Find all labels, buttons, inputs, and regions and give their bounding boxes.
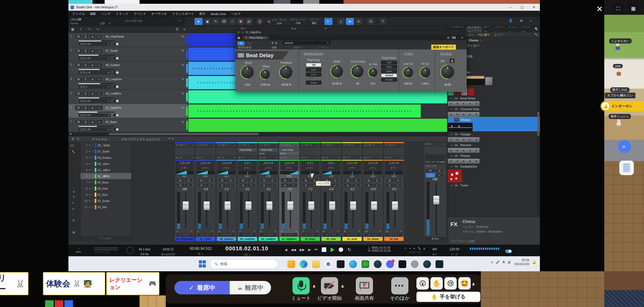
channel-list-row[interactable]: 5 ● ∿ 10_.wBVs (80, 167, 131, 173)
strip-mute-button[interactable]: M (281, 178, 289, 182)
pan-value[interactable]: <C> (300, 174, 320, 178)
track-input-selector[interactable]: 入力 L▼ (79, 85, 111, 89)
add-track-icon[interactable]: + (183, 27, 185, 31)
browser-filter[interactable]: ベンダー (476, 33, 492, 37)
pong-factor-option[interactable]: Triple (381, 65, 397, 69)
strip-output-selector[interactable]: メイン (364, 166, 382, 170)
master-fader[interactable] (425, 182, 445, 236)
record-tool-icon[interactable]: ● (72, 207, 74, 210)
effect-thumbnail[interactable] (448, 101, 480, 106)
strip-output-selector[interactable]: メイン (175, 166, 194, 170)
insert-slot[interactable]: ●Beat Delay (259, 148, 278, 152)
strip-input-selector[interactable]: 入力 L+R (217, 161, 236, 165)
strip-name-label[interactable]: 09_LeadVox (238, 237, 257, 241)
mixer-channel-strip[interactable]: インサート+ ●Beat Delay センド+ 入力 L メイン <C> MS … (237, 142, 258, 241)
emoji-reaction-button[interactable]: 🤩 (458, 277, 471, 290)
cross-delay-knob[interactable] (352, 66, 363, 77)
insert-section-label[interactable]: インサート (343, 144, 354, 147)
record-button[interactable] (339, 247, 343, 252)
time-signature-display[interactable]: 4/4拍子 (432, 247, 437, 256)
mixer-channel-strip[interactable]: インサート+ ● センド+ 入力 L+R メイン <L> MS ●◐ (195, 142, 216, 241)
fader-handle[interactable] (371, 201, 377, 210)
beats-knob[interactable] (241, 66, 254, 78)
channel-list-row[interactable]: 3 ● ∿ 08_Guitars (80, 154, 131, 161)
arrow-tool-button[interactable]: ➤ (195, 18, 203, 25)
info-website-link[interactable]: ウェブサイトを開く (451, 240, 476, 243)
strip-solo-button[interactable]: S (352, 178, 360, 182)
fader-handle[interactable] (183, 201, 189, 210)
browser-tab[interactable]: ショップ (520, 26, 533, 32)
pan-slider[interactable] (343, 171, 361, 174)
strip-automation-mode[interactable]: オートオフ (365, 233, 381, 236)
effect-thumbnail[interactable] (448, 169, 462, 182)
strip-volume-value[interactable]: -6.0 (237, 187, 258, 191)
effect-thumbnail[interactable] (448, 137, 480, 142)
loop-button[interactable]: ↻ (347, 247, 351, 252)
strip-solo-button[interactable]: S (373, 178, 381, 182)
strip-input-selector[interactable]: 入力 L+R (385, 161, 403, 165)
strip-volume-value[interactable]: 0dB (174, 187, 195, 191)
track-solo-button[interactable]: S (82, 34, 89, 39)
strip-mono-button[interactable]: ◐ (352, 183, 360, 187)
mixer-detach-icon[interactable]: ↖ (77, 137, 79, 141)
strip-mute-button[interactable]: M (365, 178, 373, 182)
strip-automation-mode[interactable]: オートオフ (386, 233, 402, 236)
audio-clip[interactable] (188, 119, 447, 132)
pan-slider[interactable] (385, 171, 403, 174)
pan-value[interactable]: <L> (216, 174, 237, 178)
fader-handle[interactable] (287, 201, 293, 210)
track-view-button[interactable]: ▯ (338, 18, 345, 25)
track-record-button[interactable]: ● (89, 91, 96, 96)
strip-volume-value[interactable]: -7.0 (279, 187, 299, 191)
track-monitor-toggle[interactable] (113, 42, 119, 46)
track-solo-button[interactable]: S (82, 63, 89, 67)
master-mono-button[interactable]: ◐ (435, 173, 445, 177)
track-monitor-button[interactable]: ◐ (96, 49, 103, 53)
audio-clip[interactable] (188, 104, 421, 118)
master-speaker-button[interactable]: 🔊 (426, 173, 435, 177)
strip-fader[interactable] (175, 192, 194, 229)
autoscroll-button[interactable]: ⊢ (324, 18, 332, 25)
preset-selector[interactable]: default*▼ (283, 41, 331, 45)
strip-mono-button[interactable]: ◐ (226, 183, 235, 187)
send-add-icon[interactable]: + (339, 156, 340, 159)
window-titlebar[interactable]: Studio One - mix rennsyuu 2* – ▢ ✕ (68, 4, 540, 11)
audio-clip[interactable] (188, 90, 447, 103)
strip-record-button[interactable]: ● (176, 183, 185, 187)
collapse-down-icon[interactable]: ▼ (72, 190, 75, 193)
send-add-icon[interactable]: + (360, 156, 361, 159)
channel-list-row[interactable]: 11 ● ∿ 03_Hat (80, 204, 131, 210)
pingpong-option[interactable]: Sum (306, 68, 321, 72)
start-button[interactable] (199, 260, 206, 268)
track-mute-button[interactable]: M (75, 91, 82, 96)
pan-slider[interactable] (322, 171, 340, 174)
compare-button[interactable]: 比較 (265, 46, 284, 49)
track-solo-button[interactable]: S (82, 49, 89, 53)
insert-add-icon[interactable]: + (381, 144, 382, 147)
strip-name-label[interactable]: 01_Kick (342, 237, 362, 241)
track-record-button[interactable]: ● (89, 63, 96, 67)
effect-name[interactable]: Mixverb (460, 143, 471, 147)
plugin-add-icon[interactable]: + (242, 31, 243, 34)
strip-automation-mode[interactable]: オートオフ (239, 233, 255, 236)
strip-record-button[interactable]: ● (260, 183, 268, 187)
strip-volume-value[interactable]: -5.8 (195, 187, 216, 191)
insert-section-label[interactable]: インサート (259, 144, 271, 147)
send-section-label[interactable]: センド (238, 156, 245, 159)
channel-record-icon[interactable]: ● (89, 193, 90, 196)
strip-mono-button[interactable]: ◐ (394, 183, 402, 187)
strip-output-selector[interactable]: メイン (196, 166, 215, 170)
menu-item[interactable]: ファイル (72, 12, 85, 16)
split-tool-button[interactable]: ∕ (229, 18, 236, 25)
track-monitor-toggle[interactable] (113, 71, 119, 74)
master-mute-button[interactable]: M (426, 168, 435, 172)
intercom-button[interactable]: 🔔 インターホン (601, 101, 644, 111)
track-volume-slider[interactable] (79, 83, 115, 84)
track-mute-button[interactable]: M (75, 77, 82, 82)
mixer-channel-strip[interactable]: インサート+ ● センド+ 入力 L+R メイン <L> MS ●◐ (216, 142, 237, 241)
mix-value[interactable]: 30.00 (440, 83, 455, 86)
insert-add-icon[interactable]: + (318, 144, 319, 147)
plugin-listen-button[interactable]: ∩ (246, 41, 253, 45)
track-monitor-button[interactable]: ◐ (96, 106, 103, 110)
strip-fader[interactable] (196, 192, 215, 229)
